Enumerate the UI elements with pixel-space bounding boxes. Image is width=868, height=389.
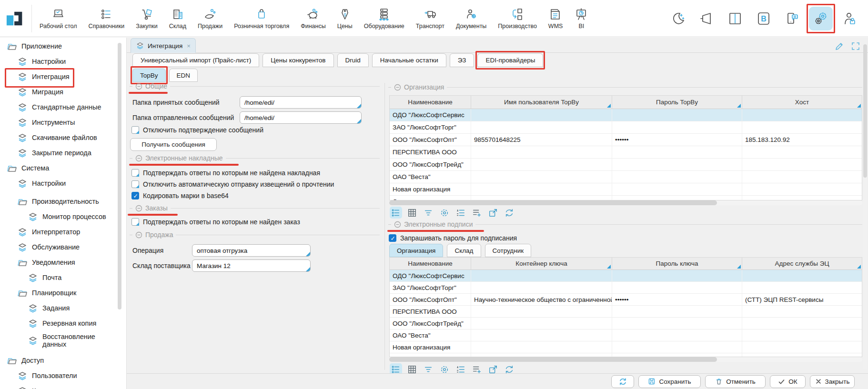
toolbar-item-production[interactable]: Производство: [492, 1, 543, 36]
sidebar-item-maintenance[interactable]: Обслуживание: [0, 239, 126, 255]
sidebar-item-system[interactable]: Система: [0, 160, 126, 176]
phone-messages-icon[interactable]: [780, 7, 804, 30]
column-header[interactable]: Наименование: [390, 96, 471, 109]
subtab-ez[interactable]: ЭЗ: [450, 53, 474, 67]
table-row[interactable]: ОАО "Веста": [390, 171, 862, 183]
table-row[interactable]: ООО "ЛюксСофтОпт"Научно-техническое обще…: [390, 294, 862, 306]
scrollbar-thumb[interactable]: [389, 357, 717, 362]
table-row[interactable]: ЗАО "ЛюксСофтТорг": [390, 282, 862, 294]
settings-gear-icon[interactable]: [438, 207, 451, 219]
grid-view-icon[interactable]: [406, 207, 418, 219]
table-row[interactable]: ЗАО "ЛюксСофтТорг": [390, 121, 862, 134]
disable-confirm-checkbox[interactable]: Отключить подтверждение сообщений: [131, 126, 263, 134]
save-button[interactable]: Сохранить: [638, 375, 701, 388]
scrollbar-thumb[interactable]: [863, 44, 867, 178]
sidebar-item-restore[interactable]: Восстановление данных: [0, 331, 126, 350]
column-header[interactable]: Контейнер ключа: [471, 258, 612, 269]
table-row[interactable]: Новая организация: [390, 183, 862, 196]
confirm-no-waybill-checkbox[interactable]: Подтверждать ответы по которым не найден…: [131, 169, 320, 177]
sig-tab-employee[interactable]: Сотрудник: [485, 244, 532, 257]
sig-tab-organization[interactable]: Организация: [389, 244, 443, 257]
table-row[interactable]: ПЕРСПЕКТИВА ООО: [390, 306, 862, 318]
sidebar-item-computers[interactable]: Компьютеры: [0, 383, 126, 389]
sidebar-item-period-closing[interactable]: Закрытие периода: [0, 145, 126, 160]
open-external-icon[interactable]: [487, 207, 499, 219]
sidebar-item-settings[interactable]: Настройки: [0, 54, 126, 69]
subtab-opening-balances[interactable]: Начальные остатки: [372, 53, 446, 67]
sidebar-item-file-download[interactable]: Скачивание файлов: [0, 130, 126, 145]
section-orders[interactable]: Заказы: [130, 204, 380, 212]
tab-integration[interactable]: Интеграция ×: [131, 38, 196, 53]
add-row-icon[interactable]: [471, 207, 483, 219]
encode-base64-checkbox[interactable]: Кодировать марки в base64: [131, 191, 229, 200]
subtab-druid[interactable]: Druid: [337, 53, 369, 67]
dark-mode-moon-icon[interactable]: [666, 7, 690, 30]
close-button[interactable]: Закрыть: [810, 375, 855, 388]
table-row[interactable]: ОДО "ЛюксСофтСервис: [390, 109, 862, 121]
numbered-list-icon[interactable]: [454, 207, 467, 219]
sidebar-item-process-monitor[interactable]: Монитор процессов: [0, 209, 126, 224]
reload-icon[interactable]: [503, 207, 515, 219]
get-messages-button[interactable]: Получить сообщения: [130, 138, 217, 151]
column-header[interactable]: Адрес службы ЭЦ: [742, 258, 862, 269]
table-row[interactable]: ООО "ЛюксСофтТрейд": [390, 159, 862, 171]
toolbar-item-wms[interactable]: WMS: [543, 1, 569, 36]
table-row[interactable]: ООО "ЛюксСофтТрейд": [390, 318, 862, 329]
toolbar-item-equipment[interactable]: Оборудование: [358, 1, 410, 36]
table-row[interactable]: ООО "ЛюксСофтОпт"9855701648225••••••185.…: [390, 134, 862, 146]
toolbar-item-directories[interactable]: Справочники: [82, 1, 130, 36]
toolbar-item-desktop[interactable]: Рабочий стол: [34, 1, 82, 36]
column-header[interactable]: Пароль TopBy: [612, 96, 742, 109]
sidebar-item-tools[interactable]: Инструменты: [0, 115, 126, 130]
sidebar-item-tasks[interactable]: Задания: [0, 300, 126, 316]
sidebar-item-standard-data[interactable]: Стандартные данные: [0, 100, 126, 115]
toolbar-item-documents[interactable]: Документы: [450, 1, 492, 36]
presentation-icon[interactable]: [695, 7, 718, 30]
expand-fullscreen-icon[interactable]: [851, 41, 860, 51]
sidebar-item-users[interactable]: Пользователи: [0, 368, 126, 383]
table-row[interactable]: ОДО "ЛюксСофтСервис: [390, 270, 862, 282]
sidebar-item-interpreter[interactable]: Интерпретатор: [0, 224, 126, 239]
subtab-edi-providers[interactable]: EDI-провайдеры: [477, 53, 543, 67]
sidebar-item-access[interactable]: Доступ: [0, 353, 126, 368]
toolbar-item-bi[interactable]: BI: [568, 1, 594, 36]
column-header[interactable]: Пароль ключа: [612, 258, 742, 269]
column-header[interactable]: Хост: [742, 96, 862, 109]
toolbar-item-warehouse[interactable]: Склад: [163, 1, 192, 36]
table-row[interactable]: ОАО "Веста": [390, 329, 862, 341]
sidebar-item-migration[interactable]: Миграция: [0, 84, 126, 100]
inner-tab-topby[interactable]: TopBy: [132, 69, 166, 82]
toolbar-item-finance[interactable]: Финансы: [295, 1, 331, 36]
horizontal-scrollbar[interactable]: [389, 357, 862, 362]
sidebar-item-performance[interactable]: Производительность: [0, 194, 126, 209]
column-header[interactable]: Имя пользователя TopBy: [471, 96, 612, 109]
sidebar-item-notifications[interactable]: Уведомления: [0, 255, 126, 270]
vertical-scrollbar[interactable]: [863, 44, 867, 370]
scrollbar-thumb[interactable]: [389, 200, 717, 205]
section-signatures[interactable]: Электронные подписи: [388, 220, 862, 229]
filter-icon[interactable]: [422, 207, 434, 219]
sidebar-scrollbar[interactable]: [118, 43, 121, 309]
sidebar-item-scheduler[interactable]: Планировщик: [0, 285, 126, 300]
user-lock-icon[interactable]: [838, 7, 861, 30]
horizontal-scrollbar[interactable]: [389, 200, 862, 205]
bold-b-icon[interactable]: B: [752, 7, 776, 30]
section-general[interactable]: Общие: [130, 82, 380, 90]
operation-select[interactable]: оптовая отгрузка: [192, 244, 311, 257]
sidebar-item-mail[interactable]: Почта: [0, 270, 126, 285]
list-view-icon[interactable]: [390, 207, 402, 219]
close-tab-icon[interactable]: ×: [187, 42, 191, 50]
toolbar-item-purchases[interactable]: Закупки: [130, 1, 163, 36]
ok-button[interactable]: ОК: [770, 375, 806, 388]
edit-pencil-icon[interactable]: [835, 41, 844, 51]
received-folder-input[interactable]: /home/edi/: [240, 96, 362, 109]
sidebar-item-backup[interactable]: Резервная копия: [0, 316, 126, 331]
sidebar-item-system-settings[interactable]: Настройки: [0, 176, 126, 191]
column-header[interactable]: Наименование: [390, 258, 471, 269]
confirm-no-order-checkbox[interactable]: Подтверждать ответы по которым не найден…: [131, 218, 300, 226]
toolbar-item-prices[interactable]: $ Цены: [332, 1, 358, 36]
disable-read-receipts-checkbox[interactable]: Отключить автоматическую отправку извеще…: [131, 180, 334, 189]
table-row[interactable]: Новая организация: [390, 341, 862, 353]
toolbar-item-sales[interactable]: Продажи: [192, 1, 228, 36]
refresh-button[interactable]: [611, 375, 634, 388]
